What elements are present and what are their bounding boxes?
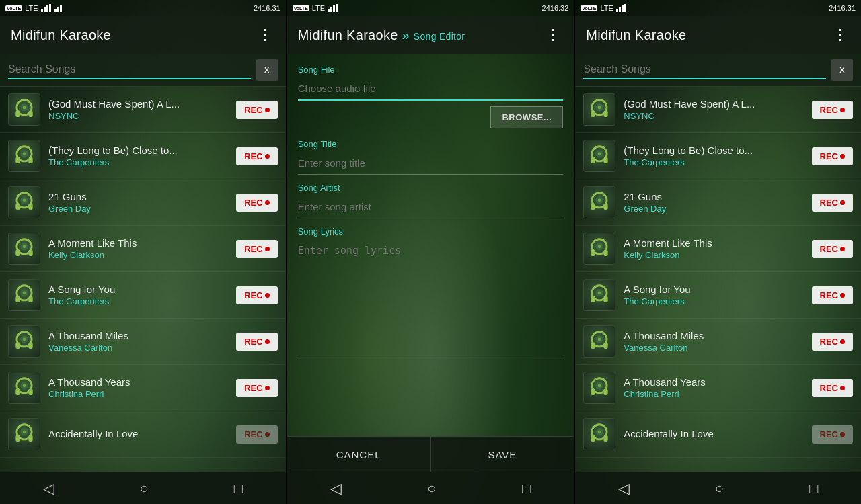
list-item[interactable]: (God Must Have Spent) A L...NSYNCREC xyxy=(0,87,286,133)
left-song-title-4: A Song for You xyxy=(48,284,236,295)
right-time: 16:31 xyxy=(837,4,856,12)
left-rec-button-5[interactable]: REC xyxy=(236,333,277,351)
left-panel: VoLTE LTE 24 16:31 Midifun Karaoke ⋮ X (… xyxy=(0,0,286,504)
left-rec-button-7[interactable]: REC xyxy=(236,425,277,444)
left-song-title-2: 21 Guns xyxy=(48,191,236,202)
list-item[interactable]: A Song for YouThe CarpentersREC xyxy=(575,272,861,319)
right-rec-button-2[interactable]: REC xyxy=(812,194,853,212)
list-item[interactable]: 21 GunsGreen DayREC xyxy=(0,179,286,226)
svg-rect-67 xyxy=(604,204,608,210)
left-recent-button[interactable]: □ xyxy=(221,474,256,503)
middle-back-button[interactable]: ◁ xyxy=(317,474,355,503)
right-song-artist-1: The Carpenters xyxy=(624,157,811,167)
right-song-info-0: (God Must Have Spent) A L...NSYNC xyxy=(624,98,811,121)
svg-rect-4 xyxy=(54,9,57,12)
left-rec-button-6[interactable]: REC xyxy=(236,379,277,397)
left-time: 16:31 xyxy=(262,4,280,12)
save-button[interactable]: SAVE xyxy=(430,437,574,472)
right-song-title-0: (God Must Have Spent) A L... xyxy=(624,98,811,110)
right-home-button[interactable]: ○ xyxy=(702,474,737,503)
song-lyrics-input[interactable] xyxy=(298,239,564,360)
rec-dot xyxy=(840,200,845,205)
rec-dot xyxy=(840,247,845,251)
list-item[interactable]: A Thousand YearsChristina PerriREC xyxy=(0,365,286,411)
list-item[interactable]: (God Must Have Spent) A L...NSYNCREC xyxy=(575,87,861,133)
left-app-bar: Midifun Karaoke ⋮ xyxy=(0,16,286,54)
left-rec-button-4[interactable]: REC xyxy=(236,286,277,304)
right-rec-button-4[interactable]: REC xyxy=(812,286,853,304)
list-item[interactable]: (They Long to Be) Close to...The Carpent… xyxy=(0,133,286,179)
left-song-thumb-6 xyxy=(8,372,40,404)
list-item[interactable]: A Song for YouThe CarpentersREC xyxy=(0,272,286,319)
svg-point-46 xyxy=(23,430,26,433)
svg-rect-87 xyxy=(604,389,608,396)
list-item[interactable]: Accidentally In LoveREC xyxy=(0,411,286,458)
right-song-title-5: A Thousand Miles xyxy=(624,330,811,341)
right-song-thumb-2 xyxy=(583,186,615,218)
right-recent-button[interactable]: □ xyxy=(796,474,831,503)
left-rec-button-1[interactable]: REC xyxy=(236,147,277,165)
svg-point-11 xyxy=(23,106,26,109)
list-item[interactable]: A Thousand MilesVanessa CarltonREC xyxy=(575,319,861,365)
middle-panel: VoLTE LTE 24 16:32 Midifun Karaoke » Son… xyxy=(287,0,574,504)
audio-file-input[interactable] xyxy=(298,77,564,101)
cancel-button[interactable]: CANCEL xyxy=(287,437,430,472)
right-song-thumb-5 xyxy=(583,325,615,358)
svg-rect-56 xyxy=(591,111,595,118)
song-artist-input[interactable] xyxy=(298,196,564,218)
right-rec-button-3[interactable]: REC xyxy=(812,240,853,258)
right-rec-button-0[interactable]: REC xyxy=(812,101,853,119)
left-rec-button-3[interactable]: REC xyxy=(236,240,277,258)
left-home-button[interactable]: ○ xyxy=(126,474,162,503)
rec-dot xyxy=(265,200,270,205)
left-song-info-3: A Moment Like ThisKelly Clarkson xyxy=(48,237,236,260)
right-search-input[interactable] xyxy=(583,60,826,79)
right-rec-button-5[interactable]: REC xyxy=(812,333,853,351)
left-rec-button-2[interactable]: REC xyxy=(236,194,277,212)
left-lte: LTE xyxy=(25,4,38,12)
list-item[interactable]: A Thousand YearsChristina PerriREC xyxy=(575,365,861,411)
song-title-input[interactable] xyxy=(298,152,564,175)
svg-rect-0 xyxy=(41,9,43,12)
left-rec-button-0[interactable]: REC xyxy=(236,101,277,119)
browse-button[interactable]: BROWSE... xyxy=(490,106,563,128)
left-song-thumb-1 xyxy=(8,140,40,172)
right-volte: VoLTE xyxy=(581,5,597,11)
left-search-bar: X xyxy=(0,54,286,87)
rec-dot xyxy=(265,386,270,390)
right-back-button[interactable]: ◁ xyxy=(605,474,643,503)
list-item[interactable]: Accidentally In LoveREC xyxy=(575,411,861,458)
list-item[interactable]: 21 GunsGreen DayREC xyxy=(575,179,861,226)
middle-home-button[interactable]: ○ xyxy=(414,474,449,503)
middle-recent-button[interactable]: □ xyxy=(509,474,544,503)
svg-rect-28 xyxy=(15,296,20,303)
left-search-input[interactable] xyxy=(8,60,251,79)
right-song-thumb-4 xyxy=(583,279,615,311)
song-title-label: Song Title xyxy=(298,139,564,149)
left-battery: 24 xyxy=(254,4,262,12)
right-rec-button-6[interactable]: REC xyxy=(812,379,853,397)
right-rec-button-7[interactable]: REC xyxy=(812,425,853,444)
svg-rect-54 xyxy=(624,4,626,12)
rec-dot xyxy=(840,432,845,437)
right-search-clear-button[interactable]: X xyxy=(831,59,853,81)
svg-rect-13 xyxy=(15,157,20,164)
right-menu-btn[interactable]: ⋮ xyxy=(830,24,850,46)
left-song-title-1: (They Long to Be) Close to... xyxy=(48,144,236,156)
list-item[interactable]: A Thousand MilesVanessa CarltonREC xyxy=(0,319,286,365)
list-item[interactable]: (They Long to Be) Close to...The Carpent… xyxy=(575,133,861,179)
middle-title-sep: » xyxy=(402,28,414,42)
left-back-button[interactable]: ◁ xyxy=(30,474,68,503)
right-song-thumb-0 xyxy=(583,93,615,126)
middle-menu-btn[interactable]: ⋮ xyxy=(543,24,563,46)
left-song-info-5: A Thousand MilesVanessa Carlton xyxy=(48,330,236,353)
svg-rect-18 xyxy=(15,204,20,210)
svg-rect-71 xyxy=(591,250,595,257)
left-menu-btn[interactable]: ⋮ xyxy=(255,24,275,46)
middle-title-main: Midifun Karaoke xyxy=(298,28,398,42)
list-item[interactable]: A Moment Like ThisKelly ClarksonREC xyxy=(0,226,286,272)
left-search-clear-button[interactable]: X xyxy=(256,59,278,81)
right-rec-button-1[interactable]: REC xyxy=(812,147,853,165)
right-song-title-1: (They Long to Be) Close to... xyxy=(624,144,811,156)
list-item[interactable]: A Moment Like ThisKelly ClarksonREC xyxy=(575,226,861,272)
